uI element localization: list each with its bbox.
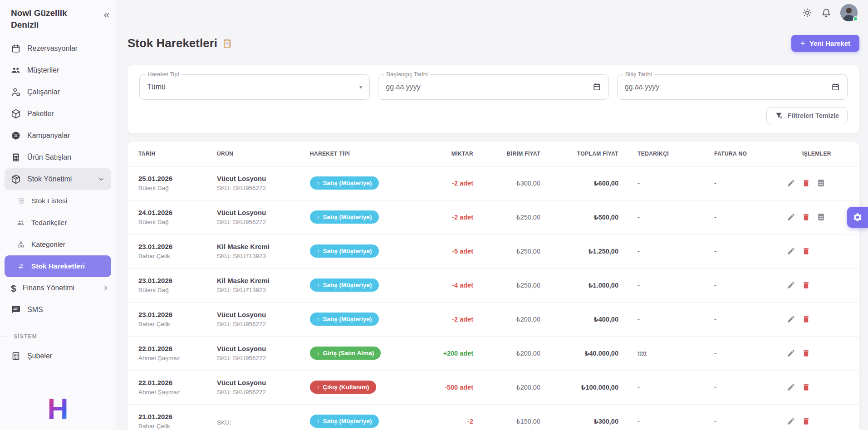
sidebar-item-stok-hareketleri[interactable]: Stok Hareketleri (5, 255, 111, 277)
sun-icon (802, 8, 812, 18)
filters-card: Hareket Tipi Tümü ▾ Başlangıç Tarihi gg.… (128, 65, 859, 133)
sidebar-item-label: Kampanyalar (27, 132, 70, 140)
category-icon (17, 240, 25, 249)
bell-icon (821, 8, 831, 18)
column-header-unit-price: BİRİM FİYAT (474, 151, 541, 157)
clear-filters-button[interactable]: Filtreleri Temizle (766, 107, 848, 124)
sidebar-item-tedarikciler[interactable]: Tedarikçiler (0, 212, 116, 234)
chevron-down-icon (98, 176, 105, 183)
delete-button[interactable] (802, 417, 810, 425)
sidebar-item-subeler[interactable]: Şubeler (0, 345, 116, 367)
edit-button[interactable] (787, 179, 795, 187)
cell-supplier: - (619, 248, 698, 255)
document-button[interactable] (817, 179, 825, 187)
edit-button[interactable] (787, 383, 795, 391)
sidebar-nav-system: Şubeler (0, 345, 116, 367)
sidebar-item-stok-yonetimi[interactable]: Stok Yönetimi (5, 168, 111, 190)
online-status-dot (853, 16, 858, 21)
edit-button[interactable] (787, 417, 795, 425)
document-button[interactable] (817, 213, 825, 221)
sidebar-item-label: Müşteriler (27, 66, 59, 74)
people-icon (11, 65, 21, 75)
delete-button[interactable] (802, 315, 810, 323)
delete-button[interactable] (802, 213, 810, 221)
trash-icon (802, 179, 810, 187)
suppliers-icon (17, 219, 25, 227)
delete-button[interactable] (802, 179, 810, 187)
field-label: Bitiş Tarihi (623, 71, 654, 78)
column-header-date: TARİH (128, 151, 206, 157)
cell-actions (784, 383, 859, 391)
cell-date: 22.01.2026 Ahmet Şaşmaz (128, 379, 206, 396)
cell-invoice-no: - (698, 214, 784, 221)
end-date-input[interactable]: Bitiş Tarihi gg.aa.yyyy (617, 74, 848, 100)
pos-icon (11, 152, 21, 162)
table-body: 25.01.2026 Bülent Dağ Vücut Losyonu SKU:… (128, 166, 859, 430)
delete-button[interactable] (802, 383, 810, 391)
cell-total-price: ₺1.250,00 (541, 248, 619, 255)
table-header-row: TARİHÜRÜNHAREKET TİPİMİKTARBİRİM FİYATTO… (128, 142, 859, 166)
package-icon (11, 109, 21, 119)
sidebar-item-kampanyalar[interactable]: Kampanyalar (0, 125, 116, 147)
cell-total-price: ₺300,00 (541, 418, 619, 425)
cell-invoice-no: - (698, 384, 784, 391)
delete-button[interactable] (802, 349, 810, 357)
edit-button[interactable] (787, 315, 795, 323)
delete-button[interactable] (802, 281, 810, 289)
edit-button[interactable] (787, 281, 795, 289)
sidebar-item-paketler[interactable]: Paketler (0, 103, 116, 125)
sidebar-collapse-button[interactable]: « (104, 10, 109, 20)
sidebar-item-urun-satislari[interactable]: Ürün Satışları (0, 147, 116, 168)
chat-icon (11, 305, 21, 315)
trash-icon (802, 213, 810, 221)
notifications-button[interactable] (821, 8, 831, 18)
cell-movement-type: ↑ Satış (Müşteriye) (298, 313, 414, 326)
cell-supplier: - (619, 316, 698, 323)
cell-supplier: - (619, 418, 698, 425)
theme-toggle-button[interactable] (802, 8, 812, 18)
edit-button[interactable] (787, 349, 795, 357)
movement-badge: ↑ Satış (Müşteriye) (310, 244, 379, 258)
new-movement-button[interactable]: + Yeni Hareket (791, 35, 859, 52)
sidebar-item-sms[interactable]: SMS (0, 299, 116, 321)
trash-icon (802, 281, 810, 289)
calendar-icon (831, 83, 840, 91)
trash-icon (802, 315, 810, 323)
table-row: 25.01.2026 Bülent Dağ Vücut Losyonu SKU:… (128, 166, 859, 200)
cell-quantity: -2 (414, 418, 474, 425)
sidebar-item-stok-listesi[interactable]: Stok Listesi (0, 190, 116, 212)
clipboard-icon (222, 38, 232, 49)
movement-badge: ↑ Satış (Müşteriye) (310, 313, 379, 326)
sidebar-item-calisanlar[interactable]: Çalışanlar (0, 81, 116, 103)
movement-badge: ↑ Satış (Müşteriye) (310, 279, 379, 292)
movement-type-select[interactable]: Hareket Tipi Tümü ▾ (139, 74, 370, 100)
discount-icon (11, 131, 21, 141)
arrow-up-icon: ↑ (317, 282, 320, 288)
sidebar-item-label: Tedarikçiler (31, 219, 67, 227)
user-avatar[interactable] (840, 4, 858, 21)
sidebar-item-rezervasyonlar[interactable]: Rezervasyonlar (0, 38, 116, 59)
cell-total-price: ₺600,00 (541, 180, 619, 187)
sidebar-item-musteriler[interactable]: Müşteriler (0, 59, 116, 81)
sidebar-item-kategoriler[interactable]: Kategoriler (0, 234, 116, 255)
table-row: 23.01.2026 Bülent Dağ Kil Maske Kremi SK… (128, 269, 859, 303)
start-date-input[interactable]: Başlangıç Tarihi gg.aa.yyyy (378, 74, 608, 100)
cell-quantity: -500 adet (414, 384, 474, 391)
delete-button[interactable] (802, 247, 810, 255)
document-icon (817, 213, 825, 221)
cell-unit-price: ₺150,00 (474, 418, 541, 425)
cell-invoice-no: - (698, 180, 784, 187)
settings-fab[interactable] (847, 207, 868, 228)
sidebar-item-finans-yonetimi[interactable]: $Finans Yönetimi (0, 277, 116, 299)
sidebar-item-label: Stok Yönetimi (27, 175, 72, 183)
edit-button[interactable] (787, 247, 795, 255)
edit-button[interactable] (787, 213, 795, 221)
cell-invoice-no: - (698, 248, 784, 255)
filter-x-icon (775, 112, 783, 120)
cell-unit-price: ₺250,00 (474, 214, 541, 221)
page-title: Stok Hareketleri (128, 36, 232, 50)
cell-unit-price: ₺200,00 (474, 384, 541, 391)
cell-movement-type: ↑ Satış (Müşteriye) (298, 210, 414, 224)
cell-movement-type: ↑ Satış (Müşteriye) (298, 176, 414, 190)
date-placeholder: gg.aa.yyyy (386, 83, 420, 91)
